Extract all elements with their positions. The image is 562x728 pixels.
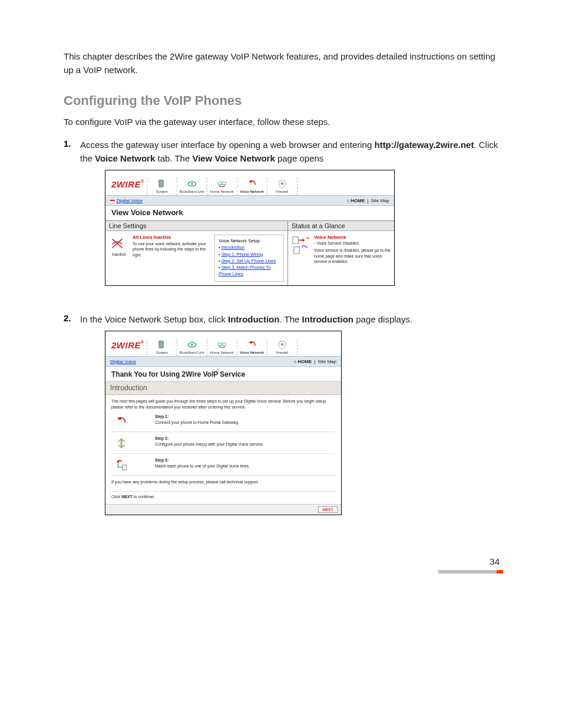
svg-point-6 [280, 182, 283, 185]
system-icon [148, 339, 176, 351]
tab-home-network[interactable]: Home Network [207, 178, 237, 195]
broadband-icon [178, 178, 206, 190]
phone-icon [111, 414, 131, 429]
page-number: 34 [64, 556, 503, 566]
svg-rect-0 [158, 180, 163, 187]
setup-step1-link[interactable]: Step 1: Phone Wiring [222, 252, 263, 257]
sub-nav-2: Digital Voice ⌂HOME|Site Map [105, 356, 341, 367]
thank-you-title: Thank You for Using 2Wire VoIP Service [105, 367, 341, 381]
svg-rect-9 [293, 237, 298, 243]
digital-voice-link[interactable]: Digital Voice [117, 198, 143, 203]
svg-rect-15 [218, 343, 222, 346]
home-link[interactable]: HOME [297, 359, 312, 364]
svg-point-17 [280, 343, 283, 346]
tab-firewall[interactable]: Firewall [267, 178, 297, 195]
step-1-text: Access the gateway user interface by ope… [80, 139, 503, 165]
section-line-settings: Line Settings [105, 221, 287, 231]
svg-point-14 [191, 344, 193, 345]
broadband-icon [178, 339, 206, 351]
tab-home-network[interactable]: Home Network [207, 339, 237, 356]
home-icon: ⌂ [347, 198, 350, 203]
svg-rect-4 [218, 182, 222, 185]
chapter-intro: This chapter describes the 2Wire gateway… [64, 50, 503, 77]
svg-rect-10 [294, 247, 299, 253]
setup-step2-link[interactable]: Step 2: Set Up Phone Lines [222, 258, 276, 263]
page-title: View Voice Network [105, 206, 394, 221]
click-next-note: Click NEXT to continue. [111, 491, 335, 500]
screenshot-introduction-page: 2WIRE® System Broadband Link Home Networ… [105, 331, 342, 515]
footer-accent [438, 570, 503, 574]
sitemap-link[interactable]: Site Map [318, 359, 336, 364]
tab-firewall[interactable]: Firewall [267, 339, 297, 356]
screenshot-view-voice-network: 2WIRE® System Broadband Link Home Networ… [105, 170, 395, 286]
setup-introduction-link[interactable]: Introduction [222, 245, 244, 250]
intro-step-1: Step 1:Connect your phone to Home Portal… [111, 411, 335, 432]
brand-logo: 2WIRE® [109, 176, 147, 195]
inactive-line-icon: Inactive [109, 235, 129, 282]
tab-system[interactable]: System [147, 178, 177, 195]
voice-network-status-text: Voice Network - Voice Service Disabled V… [314, 235, 391, 264]
home-link[interactable]: HOME [351, 198, 365, 203]
problems-note: If you have any problems during the setu… [111, 479, 335, 485]
svg-point-19 [117, 461, 120, 463]
step-2-number: 2. [64, 313, 80, 323]
section-heading: Configuring the VoIP Phones [64, 93, 503, 108]
inactive-text: All Lines Inactive To use your voice net… [133, 235, 207, 282]
svg-rect-20 [123, 465, 126, 470]
tab-broadband[interactable]: Broadband Link [177, 339, 207, 356]
voice-network-setup-box: Voice Network Setup: •Introduction •Step… [214, 235, 284, 282]
app-header: 2WIRE® System Broadband Link Home Networ… [105, 170, 394, 195]
step-1-number: 1. [64, 139, 80, 149]
digital-voice-link[interactable]: Digital Voice [110, 359, 136, 364]
dash-icon [110, 200, 115, 201]
system-icon [148, 178, 176, 190]
firewall-icon [269, 339, 296, 351]
tab-voice-network[interactable]: Voice Network [237, 339, 267, 356]
svg-rect-1 [160, 180, 161, 182]
home-network-icon [209, 339, 236, 351]
app-header-2: 2WIRE® System Broadband Link Home Networ… [105, 331, 341, 356]
home-icon: ⌂ [294, 359, 297, 364]
voice-network-status-icon [292, 235, 312, 255]
voice-icon [239, 339, 266, 351]
svg-rect-16 [222, 343, 226, 346]
svg-rect-12 [160, 341, 161, 342]
intro-section-header: Introduction [105, 381, 341, 395]
tab-broadband[interactable]: Broadband Link [177, 178, 207, 195]
step-2: 2. In the Voice Network Setup box, click… [64, 313, 503, 327]
tab-voice-network[interactable]: Voice Network [237, 178, 267, 195]
svg-rect-5 [222, 182, 226, 185]
svg-rect-11 [158, 341, 163, 348]
firewall-icon [269, 178, 296, 190]
setup-step3-link[interactable]: Step 3: Match Phones To Phone Lines [219, 265, 270, 276]
intro-step-2: Step 2:Configure your phone line(s) with… [111, 433, 335, 454]
configure-icon [111, 436, 131, 451]
step-1: 1. Access the gateway user interface by … [64, 139, 503, 165]
lead-text: To configure VoIP via the gateway user i… [64, 117, 503, 127]
home-network-icon [209, 178, 236, 190]
svg-point-3 [191, 183, 193, 185]
sub-nav: Digital Voice ⌂HOME|Site Map [105, 195, 394, 206]
brand-logo: 2WIRE® [109, 337, 147, 356]
section-status-glance: Status at a Glance [288, 221, 394, 231]
match-icon [111, 457, 131, 473]
next-button[interactable]: NEXT [318, 506, 338, 513]
sitemap-link[interactable]: Site Map [371, 198, 389, 203]
voice-icon [239, 178, 266, 190]
step-2-text: In the Voice Network Setup box, click In… [80, 313, 503, 327]
tab-system[interactable]: System [147, 339, 177, 356]
intro-step-3: Step 3:Match each phone to one of your D… [111, 455, 335, 476]
intro-lead: The next few pages will guide you throug… [111, 398, 335, 410]
